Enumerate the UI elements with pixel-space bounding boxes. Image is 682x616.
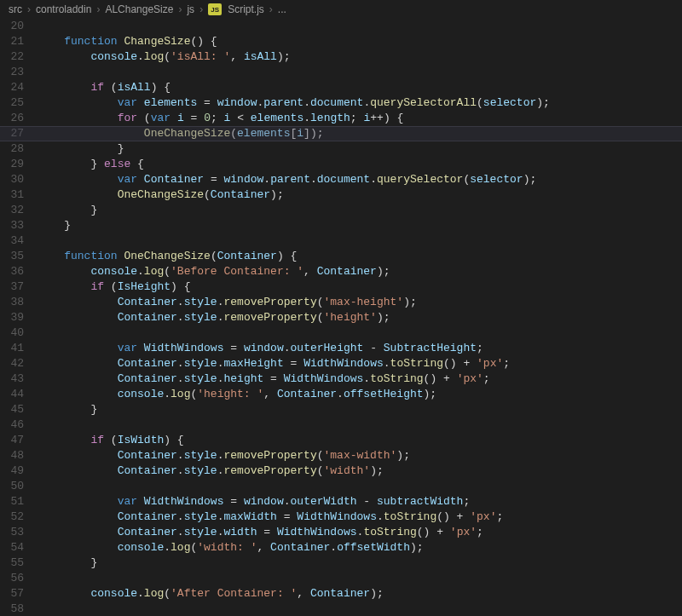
code-line[interactable]: } xyxy=(38,141,682,157)
code-line[interactable]: Container.style.maxWidth = WidthWindows.… xyxy=(38,509,682,525)
breadcrumb-part[interactable]: js xyxy=(187,3,194,15)
line-number: 35 xyxy=(0,249,24,264)
code-line[interactable]: var elements = window.parent.document.qu… xyxy=(38,95,682,111)
code-line[interactable]: var WidthWindows = window.outerWidth - s… xyxy=(38,494,682,509)
line-number: 54 xyxy=(0,540,24,556)
line-number: 42 xyxy=(0,356,24,371)
line-number: 27 xyxy=(0,126,24,141)
line-number: 32 xyxy=(0,203,24,218)
code-line[interactable] xyxy=(38,19,682,34)
chevron-right-icon: › xyxy=(96,3,100,15)
chevron-right-icon: › xyxy=(269,3,273,15)
line-number: 48 xyxy=(0,448,24,463)
code-line[interactable]: } xyxy=(38,203,682,218)
code-area[interactable]: function ChangeSize() { console.log('isA… xyxy=(38,19,682,616)
code-line[interactable]: if (isAll) { xyxy=(38,80,682,95)
code-line[interactable]: console.log('width: ', Container.offsetW… xyxy=(38,540,682,556)
breadcrumb-tail: ... xyxy=(278,3,286,15)
line-number: 51 xyxy=(0,494,24,509)
line-number: 24 xyxy=(0,80,24,95)
line-number: 20 xyxy=(0,19,24,34)
code-line[interactable] xyxy=(38,602,682,616)
line-number: 39 xyxy=(0,310,24,325)
code-line[interactable] xyxy=(38,571,682,586)
breadcrumb-part[interactable]: src xyxy=(9,3,22,15)
line-number: 43 xyxy=(0,371,24,387)
line-number: 28 xyxy=(0,141,24,157)
line-number: 26 xyxy=(0,111,24,126)
code-line[interactable]: Container.style.removeProperty('height')… xyxy=(38,310,682,325)
code-line[interactable] xyxy=(38,233,682,249)
line-number: 46 xyxy=(0,417,24,433)
line-number: 52 xyxy=(0,509,24,525)
code-line[interactable]: Container.style.height = WidthWindows.to… xyxy=(38,371,682,387)
line-number: 56 xyxy=(0,571,24,586)
breadcrumb[interactable]: src › controladdin › ALChangeSize › js ›… xyxy=(0,0,682,19)
line-number: 50 xyxy=(0,479,24,494)
chevron-right-icon: › xyxy=(178,3,182,15)
code-line[interactable] xyxy=(38,325,682,341)
code-line[interactable]: } else { xyxy=(38,157,682,172)
code-line[interactable]: console.log('Before Container: ', Contai… xyxy=(38,264,682,279)
breadcrumb-part[interactable]: ALChangeSize xyxy=(105,3,173,15)
line-number: 57 xyxy=(0,586,24,602)
line-number: 47 xyxy=(0,433,24,448)
line-number: 41 xyxy=(0,341,24,356)
code-line[interactable] xyxy=(38,479,682,494)
code-line[interactable]: var Container = window.parent.document.q… xyxy=(38,172,682,187)
line-number: 45 xyxy=(0,402,24,417)
breadcrumb-part[interactable]: controladdin xyxy=(36,3,91,15)
line-number: 38 xyxy=(0,295,24,310)
line-number: 34 xyxy=(0,233,24,249)
line-number: 33 xyxy=(0,218,24,233)
js-file-icon: JS xyxy=(208,3,222,15)
chevron-right-icon: › xyxy=(199,3,203,15)
code-line[interactable]: for (var i = 0; i < elements.length; i++… xyxy=(38,111,682,126)
line-number: 44 xyxy=(0,387,24,402)
line-number: 49 xyxy=(0,463,24,479)
chevron-right-icon: › xyxy=(27,3,31,15)
line-number: 58 xyxy=(0,602,24,616)
line-number: 40 xyxy=(0,325,24,341)
line-number: 30 xyxy=(0,172,24,187)
line-number: 29 xyxy=(0,157,24,172)
code-line[interactable]: } xyxy=(38,218,682,233)
code-line[interactable]: function ChangeSize() { xyxy=(38,34,682,49)
code-line[interactable]: function OneChangeSize(Container) { xyxy=(38,249,682,264)
code-line[interactable]: if (IsWidth) { xyxy=(38,433,682,448)
code-line[interactable]: console.log('height: ', Container.offset… xyxy=(38,387,682,402)
line-number: 53 xyxy=(0,525,24,540)
code-line[interactable]: Container.style.removeProperty('width'); xyxy=(38,463,682,479)
line-number: 22 xyxy=(0,49,24,65)
code-line[interactable]: OneChangeSize(elements[i]); xyxy=(38,126,682,141)
code-line[interactable]: Container.style.removeProperty('max-widt… xyxy=(38,448,682,463)
code-line[interactable]: Container.style.width = WidthWindows.toS… xyxy=(38,525,682,540)
line-number: 31 xyxy=(0,187,24,203)
code-line[interactable]: Container.style.removeProperty('max-heig… xyxy=(38,295,682,310)
line-number: 25 xyxy=(0,95,24,111)
line-number-gutter: 2021222324252627282930313233343536373839… xyxy=(0,19,38,616)
code-line[interactable]: } xyxy=(38,402,682,417)
code-line[interactable]: Container.style.maxHeight = WidthWindows… xyxy=(38,356,682,371)
code-line[interactable]: var WidthWindows = window.outerHeight - … xyxy=(38,341,682,356)
line-number: 55 xyxy=(0,556,24,571)
line-number: 23 xyxy=(0,65,24,80)
line-number: 37 xyxy=(0,279,24,295)
code-line[interactable]: console.log('After Container: ', Contain… xyxy=(38,586,682,602)
code-line[interactable]: console.log('isAll: ', isAll); xyxy=(38,49,682,65)
code-line[interactable]: if (IsHeight) { xyxy=(38,279,682,295)
breadcrumb-filename[interactable]: Script.js xyxy=(228,3,264,15)
code-line[interactable]: OneChangeSize(Container); xyxy=(38,187,682,203)
line-number: 21 xyxy=(0,34,24,49)
code-line[interactable]: } xyxy=(38,556,682,571)
code-line[interactable] xyxy=(38,65,682,80)
code-editor[interactable]: 2021222324252627282930313233343536373839… xyxy=(0,19,682,616)
code-line[interactable] xyxy=(38,417,682,433)
line-number: 36 xyxy=(0,264,24,279)
